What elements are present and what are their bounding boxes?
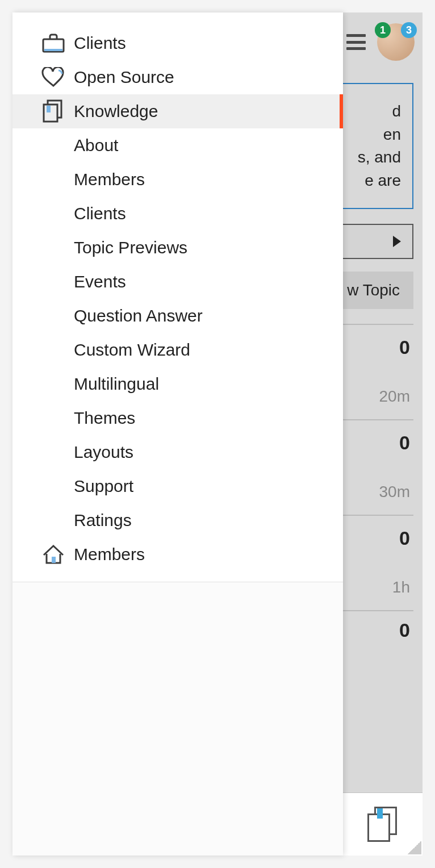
sidebar-item-knowledge[interactable]: Knowledge <box>12 94 343 128</box>
sidebar-item-label: Topic Previews <box>74 238 187 257</box>
svg-rect-4 <box>47 106 51 112</box>
sidebar-sub-about[interactable]: About <box>12 128 343 162</box>
app-frame: 1 3 d en s, and e are w Topic 0 20m 0 30… <box>12 12 423 856</box>
sidebar-item-label: Question Answer <box>74 306 203 326</box>
notification-badge-green[interactable]: 1 <box>375 22 391 38</box>
sidebar-item-label: Events <box>74 272 126 291</box>
svg-rect-5 <box>52 557 56 563</box>
sidebar-sub-members[interactable]: Members <box>12 162 343 197</box>
sidebar-empty-area <box>12 582 343 856</box>
resize-handle-icon[interactable] <box>408 841 421 854</box>
sidebar-item-label: Multilingual <box>74 374 159 394</box>
notification-badge-blue[interactable]: 3 <box>401 22 417 38</box>
new-topic-label: w Topic <box>347 281 400 299</box>
sidebar-item-label: Members <box>74 170 145 189</box>
sidebar-item-label: About <box>74 136 118 155</box>
sidebar-item-label: Knowledge <box>74 102 158 121</box>
sidebar-item-clients[interactable]: Clients <box>12 26 343 60</box>
sidebar-item-open-source[interactable]: Open Source <box>12 60 343 94</box>
sidebar-item-label: Ratings <box>74 511 132 530</box>
reply-count: 0 <box>399 432 410 454</box>
sidebar-item-label: Clients <box>74 204 126 223</box>
sidebar-sub-layouts[interactable]: Layouts <box>12 435 343 469</box>
sidebar-sub-question-answer[interactable]: Question Answer <box>12 299 343 333</box>
topic-age: 20m <box>379 387 410 406</box>
sidebar-item-members-home[interactable]: Members <box>12 537 343 571</box>
sidebar-sub-ratings[interactable]: Ratings <box>12 503 343 537</box>
sidebar-item-label: Open Source <box>74 68 174 87</box>
sidebar-panel: Clients Open Source Knowledge About Memb… <box>12 12 343 856</box>
heart-icon <box>40 66 67 89</box>
chevron-right-icon <box>393 236 401 247</box>
sidebar-sub-clients[interactable]: Clients <box>12 197 343 231</box>
briefcase-icon <box>40 32 67 55</box>
topic-age: 1h <box>392 578 410 596</box>
sidebar-item-label: Themes <box>74 408 135 428</box>
reply-count: 0 <box>399 336 410 358</box>
hamburger-icon[interactable] <box>346 34 366 50</box>
sidebar-item-label: Support <box>74 477 133 496</box>
svg-rect-1 <box>44 49 62 51</box>
topic-age: 30m <box>379 483 410 501</box>
reply-count: 0 <box>399 619 410 641</box>
sidebar-item-label: Custom Wizard <box>74 340 190 360</box>
sidebar-item-label: Clients <box>74 34 126 53</box>
sidebar-sub-support[interactable]: Support <box>12 469 343 503</box>
footer-fab-area <box>343 793 423 856</box>
sidebar-sub-multilingual[interactable]: Multilingual <box>12 367 343 401</box>
docs-icon <box>40 100 67 123</box>
sidebar-sub-events[interactable]: Events <box>12 265 343 299</box>
sidebar-item-label: Layouts <box>74 443 133 462</box>
sidebar-sub-custom-wizard[interactable]: Custom Wizard <box>12 333 343 367</box>
sidebar-sub-topic-previews[interactable]: Topic Previews <box>12 231 343 265</box>
reply-count: 0 <box>399 527 410 549</box>
sidebar-item-label: Members <box>74 545 145 564</box>
user-avatar[interactable]: 1 3 <box>377 23 415 61</box>
sidebar-sub-themes[interactable]: Themes <box>12 401 343 435</box>
house-icon <box>40 543 67 566</box>
docs-icon[interactable] <box>367 807 398 842</box>
